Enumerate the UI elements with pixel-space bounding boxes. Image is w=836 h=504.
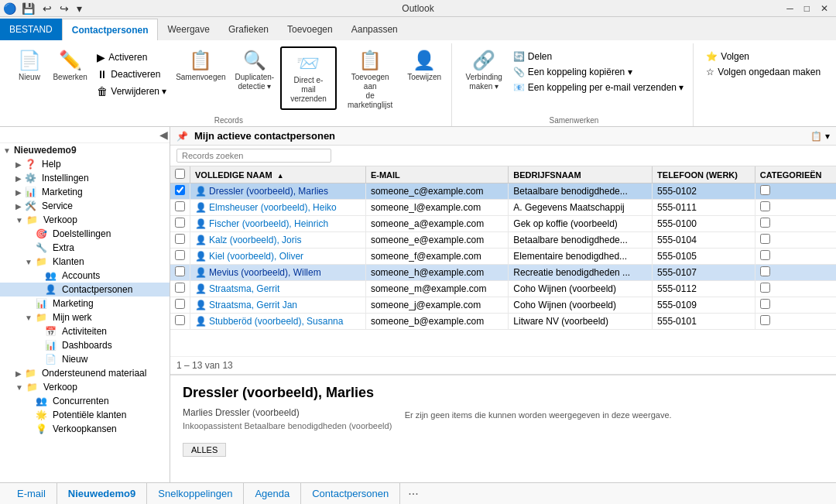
sidebar-item-contactpersonen[interactable]: 👤Contactpersonen [0, 283, 170, 297]
row-checkbox[interactable] [175, 299, 185, 309]
sidebar-item-potentiële-klanten[interactable]: 🌟Potentiële klanten [0, 408, 170, 422]
btn-bewerken[interactable]: ✏️ Bewerken [50, 46, 91, 85]
sidebar-item-verkoop[interactable]: ▼📁Verkoop [0, 213, 170, 227]
table-row[interactable]: 👤Dressler (voorbeeld), Marlies someone_c… [170, 183, 836, 200]
status-item-contactpersonen[interactable]: Contactpersonen [301, 483, 400, 504]
status-more[interactable]: ··· [400, 487, 426, 501]
sidebar-item-marketing[interactable]: ▶📊Marketing [0, 185, 170, 199]
col-company[interactable]: BEDRIJFSNAAM [509, 166, 653, 183]
category-checkbox[interactable] [760, 299, 770, 309]
sidebar-item-concurrenten[interactable]: 👥Concurrenten [0, 394, 170, 408]
row-checkbox-cell[interactable] [170, 297, 190, 314]
category-checkbox[interactable] [760, 315, 770, 325]
table-row[interactable]: 👤Fischer (voorbeeld), Heinrich someone_a… [170, 216, 836, 232]
sidebar-item-extra[interactable]: 🔧Extra [0, 241, 170, 255]
status-item-nieuwedemo9[interactable]: Nieuwedemo9 [57, 483, 147, 504]
row-checkbox[interactable] [175, 315, 185, 325]
row-checkbox[interactable] [175, 201, 185, 211]
sidebar-item-nieuw[interactable]: 📄Nieuw [0, 352, 170, 366]
save-qa[interactable]: 💾 [19, 2, 37, 15]
row-checkbox[interactable] [175, 234, 185, 244]
row-checkbox-cell[interactable] [170, 249, 190, 265]
table-row[interactable]: 👤Straatsma, Gerrit Jan someone_j@example… [170, 297, 836, 314]
category-checkbox[interactable] [760, 234, 770, 244]
sidebar-item-klanten[interactable]: ▼📁Klanten [0, 255, 170, 269]
minimize-btn[interactable]: ─ [782, 3, 798, 14]
sidebar-collapse-btn[interactable]: ◀ [159, 129, 168, 141]
table-row[interactable]: 👤Straatsma, Gerrit someone_m@example.com… [170, 281, 836, 297]
tab-grafieken[interactable]: Grafieken [219, 19, 278, 40]
col-category[interactable]: CATEGORIEËN [755, 166, 836, 183]
row-checkbox[interactable] [175, 185, 185, 195]
row-checkbox-cell[interactable] [170, 183, 190, 200]
col-name[interactable]: VOLLEDIGE NAAM ▲ [190, 166, 366, 183]
btn-direct-email[interactable]: 📨 Direct e-mailverzenden [280, 46, 336, 110]
row-checkbox-cell[interactable] [170, 281, 190, 297]
table-row[interactable]: 👤Stubberöd (voorbeeld), Susanna someone_… [170, 314, 836, 330]
table-row[interactable]: 👤Kiel (voorbeeld), Oliver someone_f@exam… [170, 249, 836, 265]
btn-volgen[interactable]: ⭐ Volgen [703, 50, 824, 63]
search-input[interactable] [176, 149, 331, 163]
col-email[interactable]: E-MAIL [365, 166, 508, 183]
qa-dropdown[interactable]: ▾ [74, 2, 84, 15]
category-checkbox[interactable] [760, 185, 770, 195]
btn-koppeling-email[interactable]: 📧 Een koppeling per e-mail verzenden ▾ [510, 81, 687, 94]
row-checkbox-cell[interactable] [170, 216, 190, 232]
row-checkbox-cell[interactable] [170, 200, 190, 216]
row-checkbox-cell[interactable] [170, 232, 190, 249]
btn-toevoegen-marketing[interactable]: 📋 Toevoegen aande marketinglijst [340, 46, 401, 113]
row-checkbox[interactable] [175, 250, 185, 260]
redo-qa[interactable]: ↪ [57, 2, 71, 15]
undo-qa[interactable]: ↩ [40, 2, 54, 15]
btn-activeren[interactable]: ▶ Activeren [94, 50, 170, 65]
btn-samenvoegen[interactable]: 📋 Samenvoegen [173, 46, 228, 85]
sidebar-item-doelstellingen[interactable]: 🎯Doelstellingen [0, 227, 170, 241]
sidebar-item-verkoop[interactable]: ▼📁Verkoop [0, 380, 170, 394]
sidebar-item-verkoopkansen[interactable]: 💡Verkoopkansen [0, 422, 170, 436]
status-item-e-mail[interactable]: E-mail [6, 483, 57, 504]
btn-volgen-ongedaan[interactable]: ☆ Volgen ongedaan maken [703, 65, 824, 79]
btn-delen[interactable]: 🔄 Delen [510, 50, 687, 63]
btn-deactiveren[interactable]: ⏸ Deactiveren [94, 67, 170, 82]
row-checkbox[interactable] [175, 266, 185, 276]
status-item-agenda[interactable]: Agenda [244, 483, 301, 504]
maximize-btn[interactable]: □ [800, 3, 814, 14]
category-checkbox[interactable] [760, 218, 770, 228]
sidebar-item-marketing[interactable]: 📊Marketing [0, 297, 170, 310]
tab-weergave[interactable]: Weergave [158, 19, 218, 40]
sidebar-item-service[interactable]: ▶🛠️Service [0, 199, 170, 213]
sidebar-item-activiteiten[interactable]: 📅Activiteiten [0, 324, 170, 338]
btn-toewijzen[interactable]: 👤 Toewijzen [404, 46, 445, 85]
category-checkbox[interactable] [760, 201, 770, 211]
sidebar-item-accounts[interactable]: 👥Accounts [0, 269, 170, 283]
btn-nieuw[interactable]: 📄 Nieuw [12, 46, 46, 85]
tab-contactpersonen[interactable]: Contactpersonen [62, 19, 159, 40]
btn-verbinding-maken[interactable]: 🔗 Verbindingmaken ▾ [461, 46, 507, 94]
category-checkbox[interactable] [760, 283, 770, 293]
category-checkbox[interactable] [760, 266, 770, 276]
col-checkbox[interactable] [170, 166, 190, 183]
table-row[interactable]: 👤Elmsheuser (voorbeeld), Heiko someone_l… [170, 200, 836, 216]
table-row[interactable]: 👤Kalz (voorbeeld), Joris someone_e@examp… [170, 232, 836, 249]
btn-koppeling-kopieren[interactable]: 📎 Een koppeling kopiëren ▾ [510, 65, 687, 79]
view-dropdown[interactable]: ▾ [825, 131, 830, 142]
row-checkbox[interactable] [175, 218, 185, 228]
close-btn[interactable]: ✕ [816, 3, 833, 14]
row-checkbox-cell[interactable] [170, 265, 190, 281]
sidebar-item-mijn-werk[interactable]: ▼📁Mijn werk [0, 310, 170, 324]
status-item-snelkoppelingen[interactable]: Snelkoppelingen [147, 483, 244, 504]
select-all-checkbox[interactable] [175, 169, 185, 179]
sidebar-item-instellingen[interactable]: ▶⚙️Instellingen [0, 171, 170, 185]
sidebar-item-ondersteunend-materiaal[interactable]: ▶📁Ondersteunend materiaal [0, 366, 170, 380]
detail-alles-button[interactable]: ALLES [183, 443, 226, 457]
tab-aanpassen[interactable]: Aanpassen [342, 19, 407, 40]
sidebar-item-dashboards[interactable]: 📊Dashboards [0, 338, 170, 352]
tab-bestand[interactable]: BESTAND [0, 19, 62, 40]
sidebar-root[interactable]: ▼ Nieuwedemo9 [0, 143, 170, 157]
table-row[interactable]: 👤Mevius (voorbeeld), Willem someone_h@ex… [170, 265, 836, 281]
sidebar-item-help[interactable]: ▶❓Help [0, 157, 170, 171]
category-checkbox[interactable] [760, 250, 770, 260]
row-checkbox-cell[interactable] [170, 314, 190, 330]
btn-duplicatendetectie[interactable]: 🔍 Duplicaten-detectie ▾ [231, 46, 277, 94]
row-checkbox[interactable] [175, 283, 185, 293]
